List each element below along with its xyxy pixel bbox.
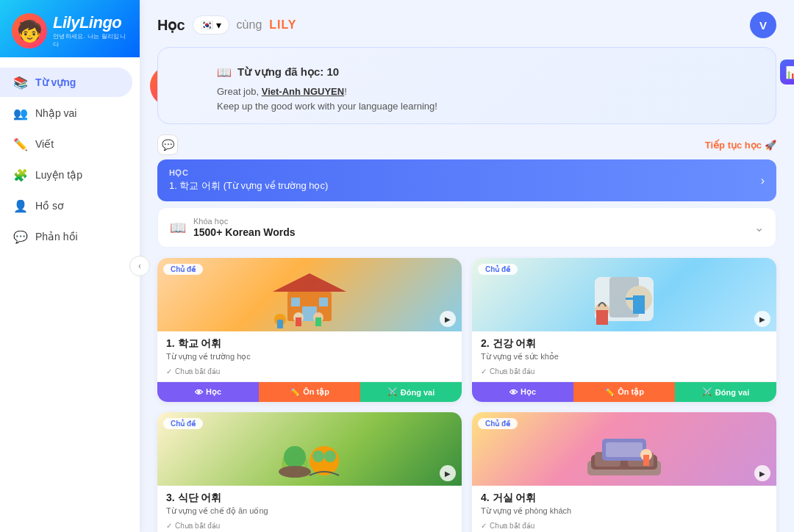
svg-rect-15 bbox=[626, 298, 633, 300]
chart-icon: 📊 bbox=[785, 65, 794, 79]
course-info: Khóa học 1500+ Korean Words bbox=[193, 217, 296, 238]
roleplay-button-school[interactable]: ⚔️ Đóng vai bbox=[360, 382, 462, 402]
topic-image-food: Chủ đề ▶ bbox=[157, 412, 462, 486]
eye-icon: 👁 bbox=[509, 388, 518, 397]
roleplay-button-health[interactable]: ⚔️ Đóng vai bbox=[675, 382, 776, 402]
sidebar-item-write[interactable]: ✏️ Viết bbox=[0, 129, 132, 159]
topic-image-health: Chủ đề ▶ bbox=[472, 258, 776, 331]
topic-info-health: 2. 건강 어휘 Từ vựng về sức khỏe bbox=[472, 331, 776, 364]
play-button-health[interactable]: ▶ bbox=[754, 311, 770, 327]
topic-title-school: 1. 학교 어휘 bbox=[166, 337, 453, 351]
svg-point-20 bbox=[279, 466, 311, 478]
with-text: cùng bbox=[237, 18, 262, 32]
chevron-down-icon: ▾ bbox=[216, 19, 221, 31]
sidebar-item-label: Luyện tập bbox=[35, 169, 82, 181]
stats-card: 📖 Từ vựng đã học: 10 📊 Great job, Viet-A… bbox=[157, 47, 776, 124]
sidebar-collapse-button[interactable]: ‹ bbox=[129, 256, 150, 276]
topic-title-health: 2. 건강 어휘 bbox=[481, 337, 768, 351]
swords-icon: ⚔️ bbox=[387, 387, 398, 397]
topic-status-food: ✓ Chưa bắt đầu bbox=[157, 519, 462, 532]
chart-button[interactable]: 📊 bbox=[780, 60, 794, 85]
book-icon: 📖 bbox=[217, 65, 232, 79]
user-name-text: Viet-Anh NGUYEN bbox=[262, 86, 344, 97]
continue-row: 💬 Tiếp tục học 🚀 bbox=[157, 134, 776, 155]
sidebar-item-feedback[interactable]: 💬 Phản hồi bbox=[0, 222, 132, 251]
lily-text: LILY bbox=[269, 18, 296, 32]
review-button-health[interactable]: ✏️ Ôn tập bbox=[573, 382, 675, 402]
message-body: Keep up the good work with your language… bbox=[217, 101, 437, 112]
eye-icon: 👁 bbox=[195, 388, 203, 397]
user-avatar[interactable]: V bbox=[750, 12, 776, 38]
pencil-icon: ✏️ bbox=[604, 387, 615, 397]
language-selector[interactable]: 🇰🇷 ▾ bbox=[193, 15, 229, 35]
logo-avatar: 🧒 bbox=[12, 13, 47, 48]
page-header: Học 🇰🇷 ▾ cùng LILY V bbox=[157, 0, 776, 47]
lesson-label: Học bbox=[169, 168, 328, 178]
svg-marker-1 bbox=[273, 273, 346, 292]
learn-button-school[interactable]: 👁 Học bbox=[157, 382, 259, 402]
feedback-icon: 💬 bbox=[13, 229, 28, 244]
topic-info-school: 1. 학교 어휘 Từ vựng về trường học bbox=[157, 331, 462, 364]
topic-desc-food: Từ vựng về chế độ ăn uống bbox=[166, 506, 453, 516]
svg-point-19 bbox=[284, 446, 306, 468]
svg-rect-8 bbox=[296, 317, 301, 326]
roleplay-icon: 👥 bbox=[13, 106, 28, 121]
stats-section: 🧒 📖 Từ vựng đã học: 10 📊 Great job, Viet… bbox=[157, 47, 776, 124]
continue-learning-link[interactable]: Tiếp tục học 🚀 bbox=[705, 140, 776, 151]
course-label: Khóa học bbox=[193, 217, 296, 226]
topic-image-livingroom: Chủ đề ▶ bbox=[472, 412, 776, 486]
topic-desc-livingroom: Từ vựng về phòng khách bbox=[481, 506, 768, 516]
svg-rect-10 bbox=[315, 317, 321, 326]
topic-desc-health: Từ vựng về sức khỏe bbox=[481, 352, 768, 362]
sidebar-item-label: Viết bbox=[35, 138, 54, 150]
sidebar-logo: 🧒 LilyLingo 안녕하세요. 나는 릴리입니다 bbox=[0, 0, 140, 57]
sidebar-item-practice[interactable]: 🧩 Luyện tập bbox=[0, 160, 132, 190]
sidebar-item-profile[interactable]: 👤 Hồ sơ bbox=[0, 191, 132, 220]
review-button-school[interactable]: ✏️ Ôn tập bbox=[259, 382, 360, 402]
message-prefix: Great job, bbox=[217, 86, 259, 97]
topic-actions-health: 👁 Học ✏️ Ôn tập ⚔️ Đóng vai bbox=[472, 381, 776, 402]
course-card[interactable]: 📖 Khóa học 1500+ Korean Words ⌄ bbox=[157, 207, 776, 248]
topic-grid: Chủ đề ▶ 1. 학교 어휘 Từ vựng về trường học … bbox=[157, 258, 776, 532]
stats-message: Great job, Viet-Anh NGUYEN! Keep up the … bbox=[217, 85, 794, 113]
chevron-down-icon: ⌄ bbox=[754, 220, 764, 234]
svg-rect-3 bbox=[291, 298, 300, 306]
course-name: 1500+ Korean Words bbox=[193, 226, 296, 238]
play-button-school[interactable]: ▶ bbox=[440, 311, 456, 327]
svg-rect-14 bbox=[633, 295, 645, 314]
sidebar-item-label: Từ vựng bbox=[35, 76, 76, 88]
play-button-livingroom[interactable]: ▶ bbox=[754, 465, 770, 481]
course-left: 📖 Khóa học 1500+ Korean Words bbox=[170, 217, 296, 238]
chat-icon: 💬 bbox=[162, 139, 174, 151]
vocabulary-icon: 📚 bbox=[13, 75, 28, 90]
sidebar-item-vocabulary[interactable]: 📚 Từ vựng bbox=[0, 68, 132, 97]
topic-desc-school: Từ vựng về trường học bbox=[166, 352, 453, 362]
svg-rect-4 bbox=[319, 298, 328, 306]
play-button-food[interactable]: ▶ bbox=[440, 465, 456, 481]
logo-text: LilyLingo 안녕하세요. 나는 릴리입니다 bbox=[53, 13, 128, 48]
course-book-icon: 📖 bbox=[170, 220, 186, 236]
topic-badge-livingroom: Chủ đề bbox=[478, 418, 518, 429]
pencil-icon: ✏️ bbox=[290, 387, 300, 397]
svg-point-22 bbox=[312, 450, 324, 462]
app-tagline: 안녕하세요. 나는 릴리입니다 bbox=[53, 32, 128, 48]
vocab-count-label: Từ vựng đã học: 10 bbox=[237, 65, 339, 79]
chat-button[interactable]: 💬 bbox=[157, 134, 178, 155]
page-title: Học bbox=[157, 16, 185, 34]
topic-card-food: Chủ đề ▶ 3. 식단 어휘 Từ vựng về chế độ ăn u… bbox=[157, 412, 462, 532]
sidebar-item-label: Hồ sơ bbox=[35, 200, 64, 212]
sidebar-item-label: Nhập vai bbox=[35, 107, 76, 119]
sidebar-item-roleplay[interactable]: 👥 Nhập vai bbox=[0, 98, 132, 128]
rocket-icon: 🚀 bbox=[765, 140, 776, 151]
app-name: LilyLingo bbox=[53, 13, 128, 32]
lesson-info: Học 1. 학교 어휘 (Từ vựng về trường học) bbox=[169, 168, 328, 193]
lesson-progress-card[interactable]: Học 1. 학교 어휘 (Từ vựng về trường học) › bbox=[157, 159, 776, 201]
topic-title-livingroom: 4. 거실 어휘 bbox=[481, 492, 768, 505]
topic-card-school: Chủ đề ▶ 1. 학교 어휘 Từ vựng về trường học … bbox=[157, 258, 462, 402]
main-content: Học 🇰🇷 ▾ cùng LILY V 🧒 📖 Từ vựng đã học:… bbox=[140, 0, 794, 532]
topic-card-livingroom: Chủ đề ▶ 4. 거실 어휘 Từ vựng về phòng khách… bbox=[472, 412, 776, 532]
header-left: Học 🇰🇷 ▾ cùng LILY bbox=[157, 15, 296, 35]
stats-content: 📖 Từ vựng đã học: 10 📊 Great job, Viet-A… bbox=[217, 60, 794, 113]
svg-point-23 bbox=[324, 450, 336, 462]
learn-button-health[interactable]: 👁 Học bbox=[472, 382, 573, 402]
